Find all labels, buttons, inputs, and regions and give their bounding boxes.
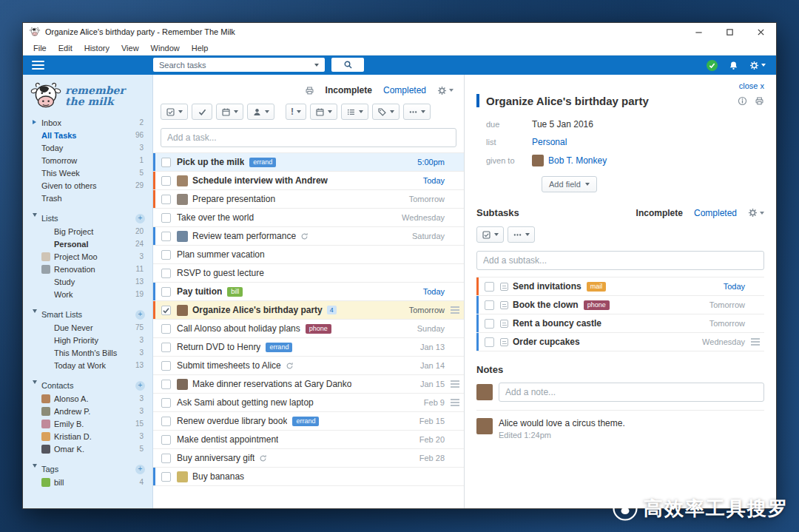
task-row[interactable]: Take over the worldWednesday xyxy=(153,209,464,227)
postpone-dropdown[interactable] xyxy=(216,104,243,120)
task-checkbox[interactable] xyxy=(161,398,171,408)
task-row[interactable]: Plan summer vacation xyxy=(153,246,464,264)
sidebar-item-andrew-p[interactable]: Andrew P.3 xyxy=(23,405,152,417)
subtasks-tab-completed[interactable]: Completed xyxy=(694,208,737,218)
subtask-row[interactable]: Send invitationsmailToday xyxy=(476,277,764,296)
task-row[interactable]: RSVP to guest lecture xyxy=(153,264,464,283)
sidebar-item-tomorrow[interactable]: Tomorrow1 xyxy=(23,154,152,166)
task-row[interactable]: Return DVD to HenryerrandJan 13 xyxy=(153,338,464,357)
menu-help[interactable]: Help xyxy=(186,44,215,53)
menu-window[interactable]: Window xyxy=(145,44,186,53)
list-field-value[interactable]: Personal xyxy=(532,137,567,147)
tag-dropdown[interactable] xyxy=(372,104,400,120)
notifications-bell-icon[interactable] xyxy=(729,61,738,70)
sidebar-section-lists[interactable]: Lists+ xyxy=(23,212,152,225)
sidebar-item-emily-b[interactable]: Emily B.15 xyxy=(23,417,152,430)
task-checkbox[interactable] xyxy=(161,472,171,482)
sidebar-item-high-priority[interactable]: High Priority3 xyxy=(23,334,152,346)
drag-handle-icon[interactable] xyxy=(445,380,459,388)
sidebar-section-smart-lists[interactable]: Smart Lists+ xyxy=(23,308,152,321)
sidebar-item-trash[interactable]: Trash xyxy=(23,192,152,204)
sidebar-item-project-moo[interactable]: Project Moo3 xyxy=(23,250,152,263)
task-checkbox[interactable] xyxy=(161,176,171,186)
complete-task-button[interactable] xyxy=(192,104,212,120)
maximize-button[interactable] xyxy=(714,23,745,41)
menu-file[interactable]: File xyxy=(27,44,53,53)
task-checkbox[interactable] xyxy=(161,343,171,352)
due-field-value[interactable]: Tue 5 Jan 2016 xyxy=(532,119,593,129)
subtask-more-actions-dropdown[interactable] xyxy=(508,226,535,243)
sidebar-section-contacts[interactable]: Contacts+ xyxy=(23,379,152,392)
subtask-row[interactable]: Book the clownphoneTomorrow xyxy=(476,296,764,314)
task-checkbox[interactable] xyxy=(161,232,171,241)
subtask-checkbox[interactable] xyxy=(485,300,494,310)
add-field-dropdown[interactable]: Add field xyxy=(542,176,597,192)
search-input[interactable] xyxy=(153,58,325,72)
sidebar-item-this-month-s-bills[interactable]: This Month's Bills3 xyxy=(23,346,152,359)
add-subtask-input[interactable] xyxy=(476,251,764,270)
task-row[interactable]: Call Alonso about holiday plansphoneSund… xyxy=(153,320,464,338)
add-contacts-button[interactable]: + xyxy=(135,381,145,391)
task-checkbox[interactable] xyxy=(161,380,171,389)
info-icon[interactable] xyxy=(738,96,747,106)
task-checkbox[interactable] xyxy=(161,435,171,445)
task-checkbox[interactable] xyxy=(161,269,171,278)
subtask-checkbox[interactable] xyxy=(485,337,494,347)
task-row[interactable]: Ask Sami about getting new laptopFeb 9 xyxy=(153,394,464,412)
sidebar-item-big-project[interactable]: Big Project20 xyxy=(23,225,152,238)
task-row[interactable]: Make dentist appointmentFeb 20 xyxy=(153,431,464,449)
sidebar-item-renovation[interactable]: Renovation11 xyxy=(23,263,152,275)
sidebar-item-work[interactable]: Work19 xyxy=(23,288,152,300)
sidebar-item-due-never[interactable]: Due Never75 xyxy=(23,321,152,334)
task-checkbox[interactable] xyxy=(161,454,171,463)
expand-arrow-icon[interactable] xyxy=(33,120,36,124)
sidebar-toggle-hamburger-icon[interactable] xyxy=(32,61,44,70)
settings-gear-dropdown[interactable] xyxy=(749,61,766,70)
tab-completed[interactable]: Completed xyxy=(383,85,426,95)
task-checkbox[interactable] xyxy=(161,361,171,371)
sidebar-item-today[interactable]: Today3 xyxy=(23,141,152,154)
search-button[interactable] xyxy=(331,58,364,72)
tab-incomplete[interactable]: Incomplete xyxy=(326,85,372,95)
add-note-input[interactable] xyxy=(499,383,764,402)
more-actions-dropdown[interactable] xyxy=(403,104,431,120)
drag-handle-icon[interactable] xyxy=(445,399,459,406)
task-checkbox[interactable] xyxy=(161,287,171,297)
sidebar-item-given-to-others[interactable]: Given to others29 xyxy=(23,179,152,192)
sidebar-item-today-at-work[interactable]: Today at Work13 xyxy=(23,359,152,371)
task-checkbox[interactable] xyxy=(161,158,171,167)
add-tags-button[interactable]: + xyxy=(135,465,145,474)
sidebar-item-personal[interactable]: Personal24 xyxy=(23,238,152,250)
menu-history[interactable]: History xyxy=(78,44,115,53)
drag-handle-icon[interactable] xyxy=(445,306,459,314)
add-lists-button[interactable]: + xyxy=(135,214,145,223)
sync-status-icon[interactable] xyxy=(707,60,718,71)
subtasks-tab-incomplete[interactable]: Incomplete xyxy=(636,208,683,218)
select-subtasks-dropdown[interactable] xyxy=(476,226,504,243)
task-checkbox[interactable] xyxy=(161,306,171,315)
task-row[interactable]: Buy bananas xyxy=(153,468,464,486)
task-row[interactable]: Schedule interview with AndrewToday xyxy=(153,172,464,190)
sidebar-item-this-week[interactable]: This Week5 xyxy=(23,166,152,179)
sidebar-item-kristian-d[interactable]: Kristian D.3 xyxy=(23,430,152,442)
sidebar-section-tags[interactable]: Tags+ xyxy=(23,462,152,476)
task-row[interactable]: Buy anniversary giftFeb 28 xyxy=(153,449,464,468)
priority-dropdown[interactable]: ! xyxy=(286,104,306,120)
task-row[interactable]: Pick up the milkerrand5:00pm xyxy=(153,153,464,172)
task-row[interactable]: Submit timesheets to AliceJan 14 xyxy=(153,357,464,375)
close-detail-link[interactable]: close x xyxy=(739,81,764,90)
given-to-field-value[interactable]: Bob T. Monkey xyxy=(532,155,607,166)
task-row[interactable]: Make dinner reservations at Gary DankoJa… xyxy=(153,375,464,394)
task-checkbox[interactable] xyxy=(161,213,171,223)
subtasks-settings-gear-dropdown[interactable] xyxy=(748,208,764,218)
menu-edit[interactable]: Edit xyxy=(53,44,78,53)
task-checkbox[interactable] xyxy=(161,417,171,426)
add-smart-lists-button[interactable]: + xyxy=(135,310,145,320)
subtask-row[interactable]: Rent a bouncy castleTomorrow xyxy=(476,314,764,333)
subtask-row[interactable]: Order cupcakesWednesday xyxy=(476,333,764,351)
task-row[interactable]: Prepare presentationTomorrow xyxy=(153,190,464,209)
sidebar-item-alonso-a[interactable]: Alonso A.3 xyxy=(23,392,152,405)
task-checkbox[interactable] xyxy=(161,195,171,204)
task-row[interactable]: Renew overdue library bookerrandFeb 15 xyxy=(153,412,464,431)
list-settings-gear-dropdown[interactable] xyxy=(437,86,454,95)
